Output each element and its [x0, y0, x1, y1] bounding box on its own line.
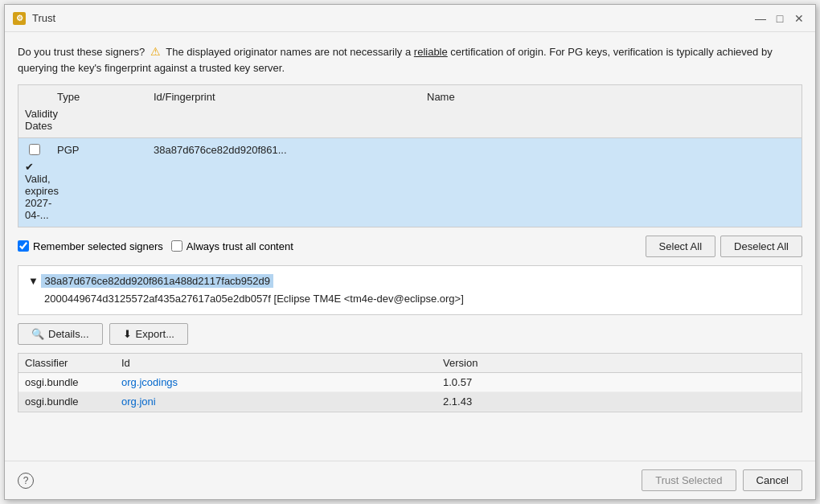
- restore-button[interactable]: □: [772, 10, 788, 27]
- details-label: Details...: [48, 328, 89, 340]
- fingerprint-hash: 38a87d676ce82dd920f861a488d2117facb952d9: [41, 274, 273, 288]
- row-id: 38a87d676ce82dd920f861...: [147, 141, 420, 158]
- bundle-row-0: osgi.bundle org.jcodings 1.0.57: [18, 373, 802, 392]
- bundle-classifier-0: osgi.bundle: [18, 373, 115, 391]
- row-name: [420, 147, 802, 152]
- trust-dialog: ⚙ Trust — □ ✕ Do you trust these signers…: [4, 4, 816, 500]
- export-icon: ⬇: [123, 328, 132, 340]
- help-button[interactable]: ?: [18, 473, 34, 489]
- col-header-name: Name: [420, 88, 802, 105]
- dialog-content: Do you trust these signers? ⚠ The displa…: [5, 32, 815, 461]
- bundle-id-0: org.jcodings: [115, 373, 437, 391]
- bundle-version-1: 2.1.43: [437, 392, 802, 411]
- titlebar-controls: — □ ✕: [752, 10, 807, 27]
- details-button[interactable]: 🔍 Details...: [18, 323, 103, 345]
- bundle-col-version: Version: [437, 354, 802, 372]
- fingerprint-detail: 2000449674d3125572af435a27617a05e2db057f…: [28, 290, 792, 308]
- warning-text-part1: The displayed originator names are not n…: [166, 46, 414, 58]
- warning-icon: ⚠: [150, 43, 161, 60]
- titlebar: ⚙ Trust — □ ✕: [5, 5, 815, 32]
- always-trust-text: Always trust all content: [187, 240, 293, 252]
- row-type: PGP: [51, 141, 147, 158]
- minimize-button[interactable]: —: [752, 10, 769, 27]
- bundle-col-id: Id: [115, 354, 437, 372]
- col-header-type: Type: [51, 88, 147, 105]
- row-validity: ✔ Valid, expires 2027-04-...: [18, 158, 51, 223]
- fingerprint-header[interactable]: ▼ 38a87d676ce82dd920f861a488d2117facb952…: [28, 272, 792, 290]
- row-checkbox[interactable]: [29, 144, 40, 155]
- close-button[interactable]: ✕: [791, 10, 807, 27]
- bundle-col-classifier: Classifier: [18, 354, 115, 372]
- bundle-id-1: org.joni: [115, 392, 437, 411]
- export-label: Export...: [136, 328, 174, 340]
- col-header-validity: Validity Dates: [18, 105, 51, 134]
- reliable-word: reliable: [414, 46, 448, 58]
- export-button[interactable]: ⬇ Export...: [109, 323, 188, 345]
- options-buttons: Select All Deselect All: [646, 236, 802, 257]
- validity-text: ✔ Valid, expires 2027-04-...: [25, 161, 59, 221]
- always-trust-checkbox[interactable]: [171, 240, 182, 252]
- question-text: Do you trust these signers?: [18, 46, 145, 58]
- col-header-id: Id/Fingerprint: [147, 88, 420, 105]
- action-buttons-row: 🔍 Details... ⬇ Export...: [18, 323, 802, 345]
- always-trust-label[interactable]: Always trust all content: [171, 240, 293, 252]
- remember-label[interactable]: Remember selected signers: [18, 240, 163, 252]
- warning-text: Do you trust these signers? ⚠ The displa…: [18, 43, 802, 76]
- col-header-checkbox: [18, 88, 51, 105]
- footer-help: ?: [18, 473, 642, 489]
- bundle-version-0: 1.0.57: [437, 373, 802, 391]
- signer-table-header: Type Id/Fingerprint Name Validity Dates: [18, 85, 802, 138]
- footer-actions: Trust Selected Cancel: [642, 469, 802, 491]
- footer: ? Trust Selected Cancel: [5, 461, 815, 499]
- bundle-classifier-1: osgi.bundle: [18, 392, 115, 411]
- fingerprint-box: ▼ 38a87d676ce82dd920f861a488d2117facb952…: [18, 265, 802, 315]
- window-icon: ⚙: [13, 12, 26, 25]
- select-all-button[interactable]: Select All: [646, 236, 715, 257]
- remember-checkbox[interactable]: [18, 240, 29, 252]
- options-left: Remember selected signers Always trust a…: [18, 240, 646, 252]
- row-checkbox-cell: [18, 141, 51, 158]
- signer-table: Type Id/Fingerprint Name Validity Dates …: [18, 84, 802, 227]
- trust-selected-button[interactable]: Trust Selected: [642, 469, 736, 491]
- bundle-table: Classifier Id Version osgi.bundle org.jc…: [18, 353, 802, 412]
- window-title: Trust: [32, 12, 752, 24]
- cancel-button[interactable]: Cancel: [743, 469, 802, 491]
- signer-table-row: PGP 38a87d676ce82dd920f861... ✔ Valid, e…: [18, 138, 802, 227]
- deselect-all-button[interactable]: Deselect All: [720, 236, 802, 257]
- bundle-row-1: osgi.bundle org.joni 2.1.43: [18, 392, 802, 412]
- options-row: Remember selected signers Always trust a…: [18, 236, 802, 257]
- remember-text: Remember selected signers: [33, 240, 163, 252]
- details-icon: 🔍: [31, 328, 44, 340]
- collapse-icon: ▼: [28, 275, 41, 287]
- bundle-table-header: Classifier Id Version: [18, 354, 802, 373]
- help-icon-text: ?: [23, 475, 29, 486]
